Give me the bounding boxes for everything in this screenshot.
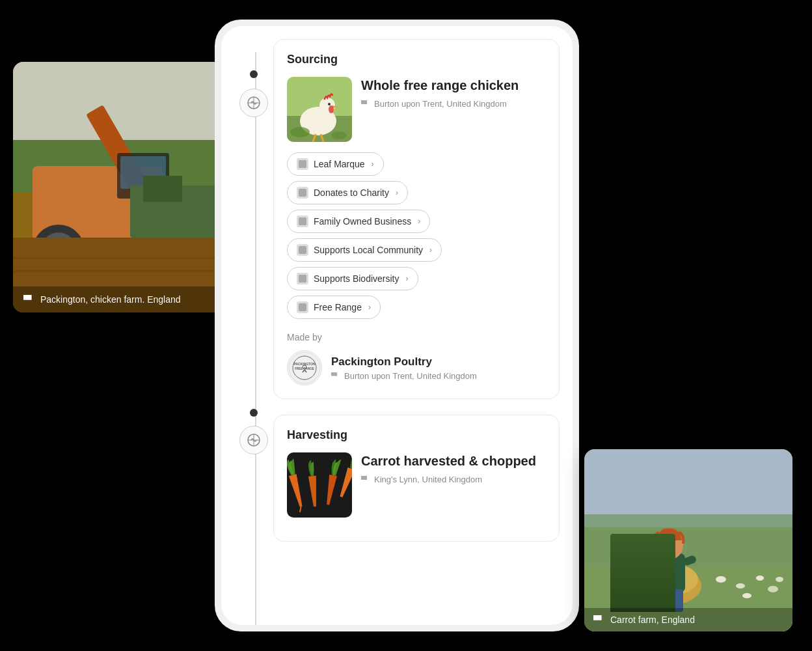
chicken-image: [287, 77, 352, 142]
made-by-label: Made by: [287, 332, 546, 342]
left-farm-image: [13, 62, 234, 312]
bottom-spacer: [273, 557, 560, 583]
badge-supports-community-label: Supports Local Community: [314, 245, 423, 255]
svg-rect-14: [13, 257, 234, 259]
badge-family-owned-icon: [297, 215, 308, 227]
producer-location: Burton upon Trent, United Kingdom: [331, 371, 477, 381]
svg-point-51: [768, 586, 778, 592]
bottom-right-card: Carrot farm, England: [584, 449, 792, 631]
badge-free-range-label: Free Range: [314, 302, 362, 312]
badge-supports-community-chevron: ›: [429, 245, 432, 255]
harvesting-title: Harvesting: [287, 428, 546, 442]
svg-point-48: [716, 576, 726, 583]
chicken-flag-icon: [361, 100, 370, 107]
svg-point-53: [742, 593, 751, 598]
svg-rect-60: [641, 555, 656, 566]
svg-point-31: [290, 127, 310, 137]
carrot-product-location: King's Lynn, United Kingdom: [361, 475, 546, 484]
sourcing-icon: [239, 89, 268, 117]
badge-free-range[interactable]: Free Range ›: [287, 296, 381, 319]
left-farm-card: Packington, chicken farm. England: [13, 62, 234, 312]
badge-family-owned[interactable]: Family Owned Business ›: [287, 210, 430, 233]
bottom-right-image: [584, 449, 792, 631]
main-panel-inner: Sourcing: [221, 26, 573, 625]
svg-rect-56: [653, 553, 685, 592]
svg-point-28: [329, 105, 334, 113]
harvesting-icon-svg: [247, 433, 261, 447]
badge-leaf-marque[interactable]: Leaf Marque ›: [287, 152, 384, 176]
sourcing-card: Sourcing: [273, 39, 560, 399]
harvesting-card: Harvesting: [273, 415, 560, 542]
badge-family-owned-chevron: ›: [418, 217, 420, 226]
svg-point-58: [662, 544, 666, 547]
badge-supports-biodiversity-label: Supports Biodiversity: [314, 273, 399, 284]
main-panel: Sourcing: [215, 20, 579, 631]
badge-donates-charity-chevron: ›: [396, 188, 398, 197]
producer-flag-icon: [331, 372, 340, 380]
harvesting-product-row: Carrot harvested & chopped King's Lynn, …: [287, 452, 546, 518]
bottom-right-label-text: Carrot farm, England: [610, 615, 695, 625]
chicken-product-info: Whole free range chicken Burton upon Tre…: [361, 77, 546, 109]
badge-donates-charity-label: Donates to Charity: [314, 187, 389, 198]
carrot-location-text: King's Lynn, United Kingdom: [374, 475, 482, 484]
badge-family-owned-label: Family Owned Business: [314, 216, 411, 227]
svg-rect-12: [143, 176, 182, 202]
svg-point-27: [328, 103, 331, 105]
svg-rect-15: [13, 270, 234, 272]
svg-point-49: [736, 583, 745, 589]
farm-scene-svg: [13, 62, 234, 312]
bottom-right-flag-icon: [593, 615, 605, 624]
carrot-product-name: Carrot harvested & chopped: [361, 452, 546, 469]
badge-leaf-marque-icon: [297, 158, 308, 170]
badge-free-range-icon: [297, 301, 308, 313]
chicken-svg: [287, 77, 352, 142]
svg-point-52: [776, 577, 783, 582]
badge-donates-charity-icon: [297, 187, 308, 199]
left-card-label: Packington, chicken farm. England: [13, 286, 234, 312]
farmer-scene-svg: [584, 449, 792, 631]
left-card-text: Packington, chicken farm. England: [40, 294, 181, 305]
chicken-product-location: Burton upon Trent, United Kingdom: [361, 99, 546, 109]
svg-point-50: [756, 575, 764, 581]
vertical-timeline: [255, 52, 256, 625]
badge-supports-community[interactable]: Supports Local Community ›: [287, 238, 442, 262]
sourcing-badges: Leaf Marque › Donates to Charity › Famil…: [287, 152, 546, 319]
sourcing-product-row: Whole free range chicken Burton upon Tre…: [287, 77, 546, 142]
badge-donates-charity[interactable]: Donates to Charity ›: [287, 181, 408, 204]
producer-info: Packington Poultry Burton upon Trent, Un…: [331, 355, 477, 381]
sourcing-dot: [250, 70, 258, 78]
badge-supports-biodiversity[interactable]: Supports Biodiversity ›: [287, 267, 418, 290]
badge-leaf-marque-chevron: ›: [372, 159, 374, 169]
harvesting-icon: [239, 426, 268, 454]
chicken-location-text: Burton upon Trent, United Kingdom: [374, 99, 507, 109]
producer-row: PACKINGTON FREE RANGE Packington Poultry: [287, 350, 546, 385]
producer-logo-svg: PACKINGTON FREE RANGE: [288, 352, 321, 384]
badge-supports-biodiversity-icon: [297, 273, 308, 284]
producer-location-text: Burton upon Trent, United Kingdom: [344, 371, 477, 381]
content-scroll[interactable]: Sourcing: [221, 26, 573, 625]
badge-supports-biodiversity-chevron: ›: [406, 274, 409, 283]
chicken-product-name: Whole free range chicken: [361, 77, 546, 94]
carrots-image: [287, 452, 352, 518]
bottom-right-label: Carrot farm, England: [584, 608, 792, 631]
badge-free-range-chevron: ›: [368, 303, 371, 312]
carrots-svg: [287, 452, 352, 518]
svg-point-55: [640, 563, 698, 596]
producer-logo: PACKINGTON FREE RANGE: [287, 350, 322, 385]
flag-icon: [23, 295, 35, 304]
carrot-product-info: Carrot harvested & chopped King's Lynn, …: [361, 452, 546, 484]
sourcing-icon-svg: [247, 96, 261, 110]
svg-point-59: [671, 544, 675, 547]
scene: Packington, chicken farm. England: [0, 0, 812, 651]
harvesting-dot: [250, 409, 258, 417]
badge-supports-community-icon: [297, 244, 308, 256]
badge-leaf-marque-label: Leaf Marque: [314, 159, 365, 169]
producer-name: Packington Poultry: [331, 355, 477, 368]
sourcing-title: Sourcing: [287, 53, 546, 66]
svg-point-32: [331, 132, 347, 139]
carrot-flag-icon: [361, 476, 370, 483]
